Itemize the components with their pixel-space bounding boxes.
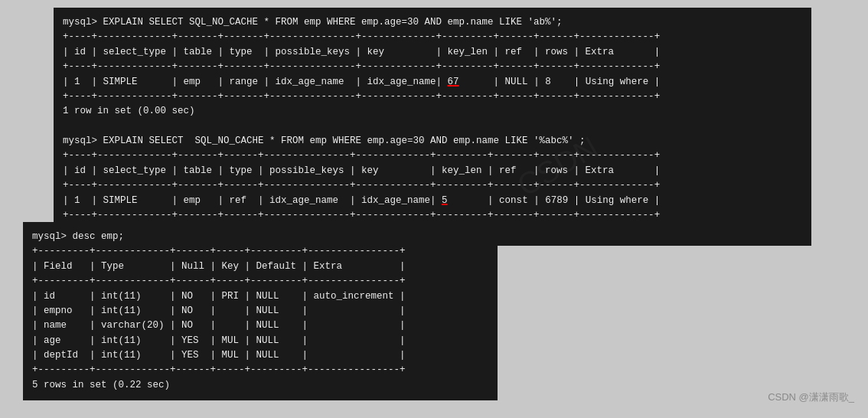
separator-2: +----+-------------+-------+-------+----… — [63, 60, 802, 74]
separator-4: +----+-------------+-------+------+-----… — [63, 149, 802, 163]
data-row-2: | 1 | SIMPLE | emp | ref | idx_age_name … — [63, 194, 802, 208]
blank-line — [63, 119, 802, 134]
row-count-1: 1 row in set (0.00 sec) — [63, 104, 802, 119]
query-line-1: mysql> EXPLAIN SELECT SQL_NO_CACHE * FRO… — [63, 15, 802, 30]
desc-row-empno: | empno | int(11) | NO | | NULL | | — [32, 304, 488, 318]
desc-command: mysql> desc emp; — [32, 230, 488, 244]
separator-1: +----+-------------+-------+-------+----… — [63, 30, 802, 44]
desc-row-count: 5 rows in set (0.22 sec) — [32, 378, 488, 393]
desc-row-name: | name | varchar(20) | NO | | NULL | | — [32, 318, 488, 333]
key-len-value-1: 67 — [448, 77, 459, 87]
desc-separator-2: +---------+-------------+------+-----+--… — [32, 274, 488, 289]
desc-row-id: | id | int(11) | NO | PRI | NULL | auto_… — [32, 289, 488, 304]
desc-separator-1: +---------+-------------+------+-----+--… — [32, 244, 488, 259]
top-terminal: mysql> EXPLAIN SELECT SQL_NO_CACHE * FRO… — [54, 8, 811, 246]
desc-separator-3: +---------+-------------+------+-----+--… — [32, 363, 488, 377]
csdn-watermark: CSDN @潇潇雨歌_ — [768, 390, 854, 404]
desc-row-age: | age | int(11) | YES | MUL | NULL | | — [32, 334, 488, 348]
header-row-2: | id | select_type | table | type | poss… — [63, 164, 802, 178]
desc-header: | Field | Type | Null | Key | Default | … — [32, 260, 488, 274]
desc-row-deptid: | deptId | int(11) | YES | MUL | NULL | … — [32, 348, 488, 363]
separator-3: +----+-------------+-------+-------+----… — [63, 90, 802, 104]
separator-5: +----+-------------+-------+------+-----… — [63, 178, 802, 193]
query-line-2: mysql> EXPLAIN SELECT SQL_NO_CACHE * FRO… — [63, 134, 802, 149]
bottom-terminal: mysql> desc emp; +---------+------------… — [23, 222, 498, 400]
separator-6: +----+-------------+-------+------+-----… — [63, 208, 802, 223]
key-len-value-2: 5 — [442, 195, 448, 206]
data-row-1: | 1 | SIMPLE | emp | range | idx_age_nam… — [63, 75, 802, 90]
header-row-1: | id | select_type | table | type | poss… — [63, 45, 802, 60]
